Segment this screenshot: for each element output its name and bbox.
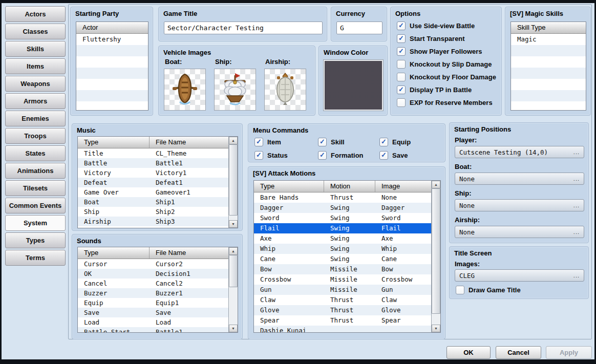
table-row[interactable]: FlailSwingFlail: [254, 223, 431, 233]
table-row[interactable]: SaveSave: [78, 308, 228, 317]
table-body[interactable]: Fluttershy: [76, 34, 148, 110]
ship-image-box[interactable]: [214, 69, 256, 111]
scroll-up-icon[interactable]: ▲: [432, 181, 440, 188]
table-row[interactable]: CancelCancel2: [78, 279, 228, 288]
scroll-down-icon[interactable]: ▼: [432, 325, 440, 332]
table-row[interactable]: DaggerSwingDagger: [254, 203, 431, 213]
scroll-up-icon[interactable]: ▲: [229, 247, 238, 255]
scroll-track[interactable]: [432, 188, 440, 325]
table-row[interactable]: CrossbowMissileCrossbow: [254, 274, 431, 285]
checkbox[interactable]: ✓: [397, 85, 406, 94]
table-body[interactable]: CursorCursor2OKDecision1CancelCancel2Buz…: [78, 259, 228, 332]
sidebar-item-tilesets[interactable]: Tilesets: [5, 180, 66, 196]
table-row[interactable]: GloveThrustGlove: [254, 305, 431, 315]
table-row[interactable]: GunMissileGun: [254, 285, 431, 295]
currency-input[interactable]: [336, 22, 382, 34]
sidebar-item-classes[interactable]: Classes: [5, 24, 66, 39]
checkbox[interactable]: ✓: [318, 151, 327, 160]
checkbox[interactable]: ✓: [318, 138, 327, 146]
table-row[interactable]: BattleBattle1: [78, 158, 228, 168]
scroll-thumb[interactable]: [229, 255, 238, 287]
checkbox[interactable]: [397, 73, 406, 81]
checkbox-row-exp-for-reserve-members[interactable]: EXP for Reserve Members: [397, 98, 496, 107]
checkbox-row-save[interactable]: ✓Save: [379, 151, 441, 160]
table-row[interactable]: Dashie Kunai: [254, 326, 431, 332]
table-row[interactable]: DefeatDefeat1: [78, 178, 228, 187]
checkbox[interactable]: [456, 286, 464, 294]
checkbox[interactable]: ✓: [254, 138, 263, 146]
table-row[interactable]: EquipEquip1: [78, 298, 228, 308]
checkbox[interactable]: ✓: [397, 22, 406, 30]
sidebar-item-enemies[interactable]: Enemies: [5, 111, 66, 126]
checkbox-row-show-player-followers[interactable]: ✓Show Player Followers: [397, 47, 496, 56]
checkbox-row-item[interactable]: ✓Item: [254, 138, 318, 146]
checkbox[interactable]: ✓: [379, 151, 388, 160]
sidebar-item-states[interactable]: States: [5, 145, 66, 161]
scroll-track[interactable]: [229, 255, 238, 325]
table-row[interactable]: CaneSwingCane: [254, 254, 431, 264]
apply-button[interactable]: Apply: [546, 346, 592, 359]
checkbox-row-start-transparent[interactable]: ✓Start Transparent: [397, 34, 496, 43]
table-row[interactable]: Fluttershy: [76, 34, 148, 45]
table-body[interactable]: TitleCL_ThemeBattleBattle1VictoryVictory…: [78, 148, 228, 228]
sidebar-item-terms[interactable]: Terms: [5, 250, 66, 266]
sidebar-item-system[interactable]: System: [5, 215, 66, 231]
sidebar-item-skills[interactable]: Skills: [5, 41, 66, 57]
table-row[interactable]: CursorCursor2: [78, 259, 228, 269]
checkbox-row-status[interactable]: ✓Status: [254, 151, 318, 160]
location-button-boat-[interactable]: None...: [455, 173, 584, 185]
table-row[interactable]: OKDecision1: [78, 269, 228, 279]
checkbox[interactable]: ✓: [379, 138, 388, 146]
sidebar-item-animations[interactable]: Animations: [5, 163, 66, 179]
location-button-airship-[interactable]: None...: [455, 226, 584, 238]
table-row[interactable]: TitleCL_Theme: [78, 148, 228, 158]
checkbox[interactable]: ✓: [397, 34, 406, 43]
checkbox-row-knockout-by-slip-damage[interactable]: Knockout by Slip Damage: [397, 60, 496, 69]
sidebar-item-types[interactable]: Types: [5, 232, 66, 248]
ok-button[interactable]: OK: [446, 346, 491, 359]
table-row[interactable]: LoadLoad: [78, 317, 228, 327]
table-row[interactable]: AirshipShip3: [78, 217, 228, 226]
table-row[interactable]: Bare HandsThrustNone: [254, 192, 431, 203]
table-row[interactable]: VictoryVictory1: [78, 168, 228, 178]
sounds-scrollbar[interactable]: ▲ ▼: [228, 247, 238, 332]
location-button-ship-[interactable]: None...: [455, 199, 584, 211]
table-row[interactable]: Magic: [511, 34, 586, 45]
table-row[interactable]: BowMissileBow: [254, 264, 431, 274]
sidebar-item-weapons[interactable]: Weapons: [5, 76, 66, 92]
attack-motions-scrollbar[interactable]: ▲ ▼: [431, 181, 440, 332]
scroll-thumb[interactable]: [432, 188, 440, 314]
sidebar-item-actors[interactable]: Actors: [5, 6, 66, 22]
checkbox-row-display-tp-in-battle[interactable]: ✓Display TP in Battle: [397, 85, 496, 94]
table-body[interactable]: Magic: [511, 34, 586, 110]
cancel-button[interactable]: Cancel: [496, 346, 541, 359]
checkbox[interactable]: [397, 60, 406, 69]
scroll-down-icon[interactable]: ▼: [229, 220, 238, 228]
checkbox-row-knockout-by-floor-damage[interactable]: Knockout by Floor Damage: [397, 73, 496, 81]
scroll-thumb[interactable]: [229, 144, 238, 216]
title-images-button[interactable]: CLEG ...: [455, 269, 584, 282]
table-row[interactable]: SpearThrustSpear: [254, 315, 431, 326]
table-row[interactable]: ShipShip2: [78, 207, 228, 217]
sidebar-item-items[interactable]: Items: [5, 58, 66, 74]
table-row[interactable]: SwordSwingSword: [254, 213, 431, 223]
checkbox[interactable]: ✓: [254, 151, 263, 160]
table-body[interactable]: Bare HandsThrustNoneDaggerSwingDaggerSwo…: [254, 192, 431, 332]
checkbox-row-use-side-view-battle[interactable]: ✓Use Side-view Battle: [397, 22, 496, 30]
checkbox[interactable]: [397, 98, 406, 107]
checkbox-row-formation[interactable]: ✓Formation: [318, 151, 379, 160]
checkbox-row-draw-game-title[interactable]: Draw Game Title: [456, 286, 521, 294]
airship-image-box[interactable]: [264, 69, 306, 111]
game-title-input[interactable]: [164, 22, 323, 34]
checkbox[interactable]: ✓: [397, 47, 406, 56]
location-button-player-[interactable]: Cutscene Testing (14,0)...: [455, 146, 584, 158]
sidebar-item-common-events[interactable]: Common Events: [5, 198, 66, 213]
table-row[interactable]: AxeSwingAxe: [254, 233, 431, 244]
sidebar-item-armors[interactable]: Armors: [5, 93, 66, 109]
scroll-track[interactable]: [229, 144, 238, 220]
table-row[interactable]: Battle StartBattle1: [78, 327, 228, 332]
table-row[interactable]: ClawThrustClaw: [254, 295, 431, 305]
scroll-up-icon[interactable]: ▲: [229, 137, 238, 144]
table-row[interactable]: BuzzerBuzzer1: [78, 288, 228, 298]
checkbox-row-equip[interactable]: ✓Equip: [379, 138, 441, 146]
